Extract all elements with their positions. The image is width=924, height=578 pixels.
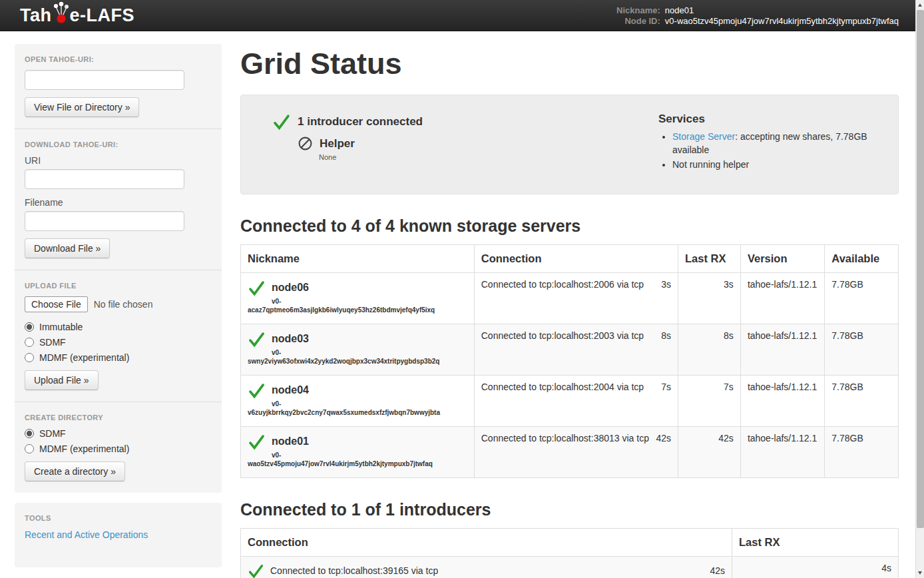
check-icon [248,433,266,451]
download-uri-input[interactable] [25,169,184,189]
sidebar-divider [15,270,222,270]
upload-sdmf-radio[interactable] [25,338,34,347]
scroll-up-icon [918,3,922,7]
introducer-status: 1 introducer connected [272,113,658,131]
nickname-label: Nickname: [616,5,660,15]
file-status-text: No file chosen [94,299,153,310]
tahoe-seed-icon [51,0,71,25]
download-file-button[interactable]: Download File » [25,238,110,258]
filename-field-label: Filename [25,197,212,208]
upload-sdmf-radio-label: SDMF [39,337,66,348]
server-last-rx: 3s [678,272,741,324]
open-tahoe-uri-section: OPEN TAHOE-URI: View File or Directory » [25,55,212,117]
page-title: Grid Status [240,47,899,81]
download-tahoe-uri-section: DOWNLOAD TAHOE-URI: URI Filename Downloa… [25,141,212,258]
main-content: Grid Status 1 introducer connected Helpe… [240,44,899,578]
open-tahoe-uri-input[interactable] [25,70,184,90]
server-id-prefix: v0- [272,400,467,408]
node-id-value: v0-wao5tzv45pmoju47jow7rvl4ukirjm5ytbh2k… [665,16,899,26]
sidebar-divider [15,129,222,129]
create-directory-heading: CREATE DIRECTORY [25,414,212,422]
scrollbar-thumb[interactable] [917,10,924,528]
server-last-rx: 8s [678,324,741,375]
dir-mdmf-radio[interactable] [25,444,34,453]
server-last-rx: 7s [678,375,741,426]
dir-format-option-sdmf[interactable]: SDMF [25,428,212,439]
introducer-last-rx: 4s [732,556,899,578]
sidebar-forms-panel: OPEN TAHOE-URI: View File or Directory »… [15,44,222,493]
download-tahoe-uri-heading: DOWNLOAD TAHOE-URI: [25,141,212,148]
helper-status-text: Helper [320,137,355,150]
server-version: tahoe-lafs/1.12.1 [740,426,824,477]
node-info: Nickname: node01 Node ID: v0-wao5tzv45pm… [616,5,899,26]
upload-format-option-sdmf[interactable]: SDMF [25,337,212,348]
server-nickname: node03 [272,333,309,345]
scroll-down-icon [918,571,922,575]
dir-format-option-mdmf[interactable]: MDMF (experimental) [25,443,212,454]
server-connection: Connected to tcp:localhost:38013 via tcp [481,433,649,443]
server-connection: Connected to tcp:localhost:2006 via tcp [481,279,644,290]
dir-sdmf-radio[interactable] [25,429,34,438]
choose-file-button[interactable]: Choose File [25,296,88,312]
top-navbar: Tah e-LAFS Nickname: node01 Node ID: v0-… [0,0,924,31]
table-row: node03 v0- swny2viyw63ofxwi4x2yykd2woqjb… [241,324,899,375]
tools-heading: TOOLS [25,514,212,522]
col-last-rx: Last RX [732,528,899,556]
col-version: Version [740,244,824,272]
scrollbar-down-button[interactable] [916,568,924,578]
col-available: Available [825,244,899,272]
view-file-or-directory-button[interactable]: View File or Directory » [25,97,139,117]
upload-mdmf-radio[interactable] [25,353,34,362]
helper-status: Helper [298,136,658,151]
upload-file-button[interactable]: Upload File » [25,370,99,390]
download-filename-input[interactable] [25,211,184,231]
introducer-status-text: 1 introducer connected [298,115,423,129]
dir-sdmf-radio-label: SDMF [39,428,66,439]
storage-server-link[interactable]: Storage Server [672,131,735,142]
check-icon [248,279,266,297]
col-connection: Connection [474,244,678,272]
upload-file-heading: UPLOAD FILE [25,282,212,290]
server-id-hash: swny2viyw63ofxwi4x2yykd2woqjbpx3cw34xtri… [248,357,467,367]
scrollbar[interactable] [915,0,924,578]
tahoe-lafs-logo[interactable]: Tah e-LAFS [20,5,134,26]
server-version: tahoe-lafs/1.12.1 [740,375,824,426]
table-row: node01 v0- wao5tzv45pmoju47jow7rvl4ukirj… [241,426,899,477]
col-last-rx: Last RX [678,244,741,272]
introducers-heading: Connected to 1 of 1 introducers [240,500,899,519]
introducer-connection: Connected to tcp:localhost:39165 via tcp [270,565,438,576]
server-id-hash: acaz7qptmeo6m3asjlgkb6iwlyuqey53hz26tbdm… [248,306,467,316]
server-id-prefix: v0- [272,451,467,459]
server-nickname: node06 [272,282,309,294]
server-nickname: node01 [272,435,309,447]
introducer-conn-time: 42s [710,565,725,576]
grid-status-summary: 1 introducer connected Helper None Servi… [240,95,899,194]
server-conn-time: 8s [661,330,671,341]
storage-servers-table: Nickname Connection Last RX Version Avai… [240,244,899,478]
introducers-table-header-row: Connection Last RX [241,528,899,556]
upload-format-option-immutable[interactable]: Immutable [25,322,212,332]
introducers-table: Connection Last RX Connected to tcp:loca… [240,528,899,578]
immutable-radio[interactable] [25,322,34,332]
server-available: 7.78GB [825,375,899,426]
server-version: tahoe-lafs/1.12.1 [740,324,824,375]
server-connection: Connected to tcp:localhost:2004 via tcp [481,382,644,392]
helper-detail: None [319,153,658,161]
no-helper-icon [298,136,313,151]
server-last-rx: 42s [678,426,741,477]
tools-panel: TOOLS Recent and Active Operations [15,503,222,567]
create-directory-section: CREATE DIRECTORY SDMF MDMF (experimental… [25,414,212,481]
service-item-helper: Not running helper [672,158,878,172]
sidebar-divider [15,402,222,402]
brand-text-pre: Tah [20,5,52,26]
service-item-storage: Storage Server: accepting new shares, 7.… [672,131,878,156]
upload-format-option-mdmf[interactable]: MDMF (experimental) [25,352,212,363]
scrollbar-up-button[interactable] [916,0,924,10]
recent-operations-link[interactable]: Recent and Active Operations [25,529,148,540]
services-block: Services Storage Server: accepting new s… [658,113,878,174]
create-directory-button[interactable]: Create a directory » [25,461,125,481]
servers-table-header-row: Nickname Connection Last RX Version Avai… [241,244,899,272]
check-icon [248,563,264,578]
storage-servers-heading: Connected to 4 of 4 known storage server… [240,216,899,236]
server-conn-time: 3s [661,279,671,290]
